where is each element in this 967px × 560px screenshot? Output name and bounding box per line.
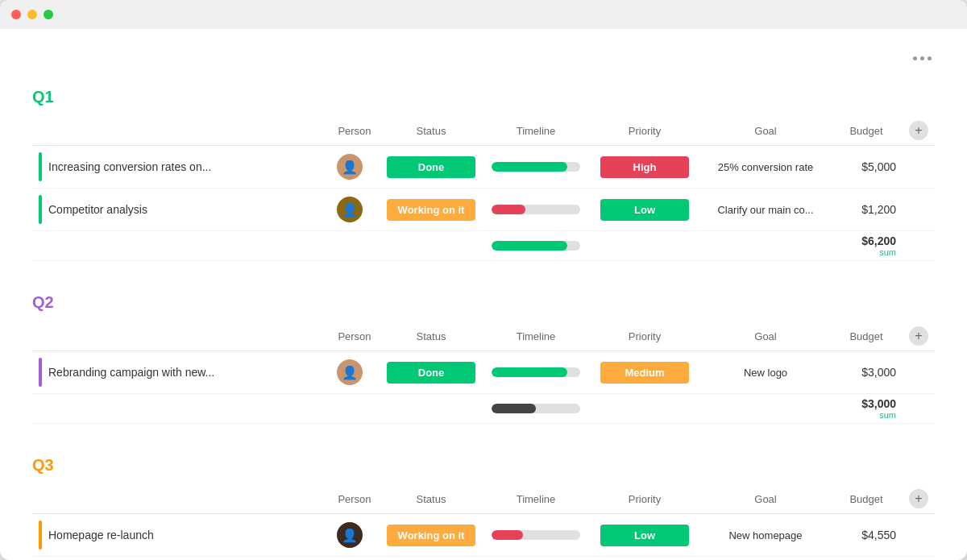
avatar: 👤 [337, 197, 363, 222]
goal-text: New logo [744, 367, 787, 379]
header-status-q1: Status [379, 116, 484, 146]
timeline-bar-container [492, 367, 580, 377]
header-person-q2: Person [330, 321, 379, 351]
add-row-button-q3[interactable]: + [909, 489, 928, 508]
section-q1: Q1PersonStatusTimelinePriorityGoalBudget… [32, 88, 935, 261]
row-color-bar [39, 358, 42, 387]
header-budget-q2: Budget [830, 321, 903, 351]
goal-cell: 25% conversion rate [701, 146, 830, 189]
sum-priority-placeholder [588, 394, 701, 424]
priority-badge[interactable]: Low [600, 199, 689, 221]
avatar: 👤 [337, 522, 363, 548]
section-q2: Q2PersonStatusTimelinePriorityGoalBudget… [32, 293, 935, 424]
row-color-bar [39, 152, 42, 181]
timeline-bar-fill [492, 205, 525, 214]
section-label-q2: Q2 [32, 293, 935, 312]
timeline-cell [484, 351, 588, 394]
sum-timeline-bar-fill [492, 241, 567, 251]
budget-cell: $3,000 [830, 351, 903, 394]
task-name: Increasing conversion rates on... [48, 160, 211, 173]
sum-timeline-bar-container [492, 404, 580, 413]
header-task-q2 [32, 321, 330, 351]
goal-text: 25% conversion rate [718, 161, 814, 173]
sum-label: sum [836, 247, 896, 257]
sum-status-placeholder [379, 394, 484, 424]
status-badge[interactable]: Working on it [387, 525, 476, 546]
row-add-placeholder [903, 189, 935, 231]
status-badge[interactable]: Done [387, 362, 475, 384]
more-dot-1 [913, 56, 917, 60]
task-name: Homepage re-launch [48, 529, 154, 541]
priority-badge[interactable]: High [600, 156, 689, 178]
status-badge[interactable]: Working on it [387, 199, 476, 221]
sum-timeline-bar-fill [492, 404, 536, 413]
sum-goal-placeholder [701, 231, 830, 261]
add-row-button-q1[interactable]: + [909, 121, 928, 140]
sum-budget-cell: $3,000sum [830, 394, 903, 424]
row-color-bar [39, 521, 42, 550]
sum-task-placeholder [32, 231, 330, 261]
timeline-cell [484, 189, 588, 231]
sum-priority-placeholder [588, 231, 701, 261]
budget-text: $4,550 [861, 529, 896, 541]
table-q1: PersonStatusTimelinePriorityGoalBudget+I… [32, 116, 935, 261]
header-add-q2: + [903, 321, 935, 351]
close-dot[interactable] [11, 10, 21, 19]
budget-text: $3,000 [861, 366, 896, 379]
sum-timeline-cell [484, 394, 588, 424]
header-goal-q1: Goal [701, 116, 830, 146]
avatar: 👤 [337, 154, 363, 180]
priority-badge[interactable]: Low [600, 525, 689, 546]
priority-cell: Low [588, 514, 701, 557]
sum-row: $4,550sum [32, 557, 935, 561]
sum-budget-cell: $6,200sum [830, 231, 903, 261]
timeline-bar-fill [492, 162, 567, 172]
table-row: Competitor analysis👤Working on itLowClar… [32, 189, 935, 231]
header-timeline-q1: Timeline [484, 116, 588, 146]
priority-badge[interactable]: Medium [600, 362, 689, 384]
header-status-q3: Status [379, 484, 484, 514]
priority-cell: Low [588, 189, 701, 231]
person-cell: 👤 [330, 189, 379, 231]
header-add-q1: + [903, 116, 935, 146]
priority-cell: Medium [588, 351, 701, 394]
header-priority-q3: Priority [588, 484, 701, 514]
status-cell: Working on it [379, 189, 484, 231]
status-badge[interactable]: Done [387, 156, 475, 178]
timeline-bar-container [492, 205, 580, 214]
person-cell: 👤 [330, 351, 379, 394]
sum-budget-cell: $4,550sum [830, 557, 903, 561]
budget-text: $5,000 [861, 160, 896, 173]
timeline-bar-fill [492, 530, 523, 540]
section-label-q1: Q1 [32, 88, 935, 106]
section-label-q3: Q3 [32, 456, 935, 475]
minimize-dot[interactable] [27, 10, 37, 19]
header-person-q1: Person [330, 116, 379, 146]
header-budget-q3: Budget [830, 484, 903, 514]
row-add-placeholder [903, 146, 935, 189]
table-q2: PersonStatusTimelinePriorityGoalBudget+R… [32, 321, 935, 424]
maximize-dot[interactable] [44, 10, 53, 19]
timeline-bar-container [492, 162, 580, 172]
add-row-button-q2[interactable]: + [909, 326, 928, 346]
table-row: Increasing conversion rates on...👤DoneHi… [32, 146, 935, 189]
task-name: Competitor analysis [48, 203, 147, 216]
goal-cell: New logo [701, 351, 830, 394]
sum-label: sum [836, 410, 896, 420]
budget-text: $1,200 [861, 203, 896, 216]
header-goal-q3: Goal [701, 484, 830, 514]
timeline-bar-container [492, 530, 580, 540]
sum-task-placeholder [32, 394, 330, 424]
page-header [32, 53, 935, 64]
header-status-q2: Status [379, 321, 484, 351]
sum-row: $3,000sum [32, 394, 935, 424]
sections-container: Q1PersonStatusTimelinePriorityGoalBudget… [32, 88, 935, 560]
more-menu-button[interactable] [910, 53, 935, 64]
person-cell: 👤 [330, 146, 379, 189]
sum-timeline-cell [484, 231, 588, 261]
row-add-placeholder [903, 514, 935, 557]
title-bar [0, 0, 967, 29]
sum-goal-placeholder [701, 394, 830, 424]
budget-cell: $1,200 [830, 189, 903, 231]
header-task-q1 [32, 116, 330, 146]
